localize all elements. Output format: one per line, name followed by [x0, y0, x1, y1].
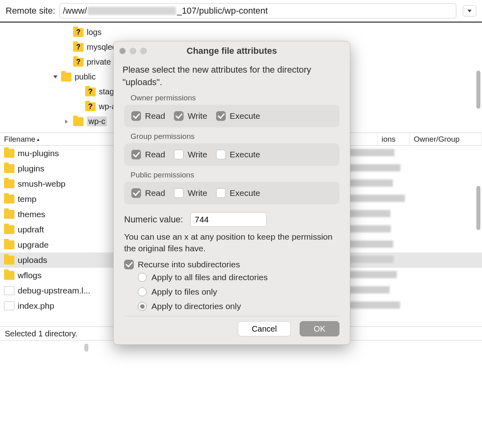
horizontal-scrollbar[interactable] [84, 344, 88, 352]
unknown-folder-icon [73, 28, 84, 37]
remote-site-label: Remote site: [6, 6, 55, 16]
tree-item-label: mysqled [87, 43, 116, 52]
file-owner [345, 240, 418, 250]
file-name: temp [18, 194, 37, 204]
recurse-checkbox[interactable]: Recurse into subdirectories [124, 260, 339, 269]
folder-icon [4, 164, 14, 173]
file-name: index.php [18, 301, 54, 311]
file-name: updraft [18, 225, 44, 234]
file-owner [345, 210, 418, 219]
file-owner [345, 286, 418, 295]
path-prefix: /www/ [63, 6, 87, 16]
owner-permissions-group: Read Write Execute [124, 105, 339, 127]
unknown-folder-icon [73, 43, 84, 52]
remote-path-field[interactable]: /www/ _107/public/wp-content [59, 3, 457, 18]
column-permissions[interactable]: ions [378, 133, 410, 145]
file-owner [345, 301, 418, 311]
path-dropdown-button[interactable] [463, 5, 476, 16]
numeric-value-label: Numeric value: [124, 214, 183, 225]
file-name: upgrade [18, 240, 49, 250]
file-name: debug-upstream.l... [18, 286, 90, 295]
path-suffix: _107/public/wp-content [177, 6, 268, 16]
group-write-checkbox[interactable]: Write [174, 150, 207, 159]
sort-asc-icon: ▴ [37, 136, 39, 142]
apply-files-radio[interactable]: Apply to files only [138, 287, 341, 297]
dialog-title: Change file attributes [114, 46, 350, 56]
public-permissions-group: Read Write Execute [124, 182, 339, 204]
file-owner [345, 164, 418, 173]
chevron-down-icon [468, 10, 472, 12]
dialog-titlebar[interactable]: Change file attributes [114, 41, 350, 61]
zoom-icon[interactable] [140, 48, 147, 54]
folder-icon [4, 179, 14, 188]
tree-item[interactable]: logs [0, 25, 482, 40]
file-name: mu-plugins [18, 149, 59, 158]
owner-write-checkbox[interactable]: Write [174, 111, 207, 121]
folder-icon [4, 240, 14, 249]
chevron-down-icon[interactable] [52, 74, 59, 80]
group-read-checkbox[interactable]: Read [131, 150, 165, 159]
unknown-folder-icon [85, 88, 96, 96]
tree-item-label: public [75, 72, 96, 81]
file-owner [345, 179, 418, 189]
folder-icon [4, 256, 14, 265]
folder-icon [4, 149, 14, 158]
file-icon [4, 301, 14, 310]
group-execute-checkbox[interactable]: Execute [216, 150, 260, 159]
dialog-instruction: Please select the new attributes for the… [123, 64, 341, 89]
file-name: plugins [18, 164, 45, 173]
tree-scrollbar[interactable] [476, 71, 481, 127]
tree-item-label: wp-c [87, 116, 107, 126]
folder-icon [4, 225, 14, 234]
file-owner [345, 149, 418, 158]
minimize-icon[interactable] [130, 48, 136, 54]
file-owner [345, 271, 418, 280]
numeric-value-input[interactable] [190, 212, 267, 227]
public-write-checkbox[interactable]: Write [174, 188, 207, 198]
apply-all-radio[interactable]: Apply to all files and directories [138, 273, 341, 282]
window-controls [119, 48, 147, 54]
file-name: wflogs [18, 271, 42, 280]
column-owner-group[interactable]: Owner/Group [410, 133, 482, 145]
folder-icon [4, 195, 14, 204]
public-execute-checkbox[interactable]: Execute [216, 188, 260, 198]
path-redacted [88, 7, 176, 15]
close-icon[interactable] [119, 48, 126, 54]
apply-dirs-radio[interactable]: Apply to directories only [138, 301, 341, 311]
unknown-folder-icon [73, 58, 84, 67]
public-permissions-label: Public permissions [131, 171, 341, 179]
remote-path-bar: Remote site: /www/ _107/public/wp-conten… [0, 0, 482, 22]
file-owner [345, 255, 418, 265]
cancel-button[interactable]: Cancel [238, 321, 291, 336]
file-icon [4, 286, 14, 295]
file-list-scrollbar[interactable] [476, 186, 481, 270]
owner-permissions-label: Owner permissions [131, 94, 341, 102]
file-owner [345, 194, 418, 204]
owner-execute-checkbox[interactable]: Execute [216, 111, 260, 121]
file-name: smush-webp [18, 179, 65, 189]
group-permissions-label: Group permissions [131, 132, 341, 141]
file-name: themes [18, 210, 45, 219]
tree-item-label: logs [87, 28, 102, 37]
group-permissions-group: Read Write Execute [124, 143, 339, 166]
bottom-pane [0, 340, 482, 444]
file-name: uploads [18, 255, 47, 265]
change-attributes-dialog: Change file attributes Please select the… [113, 41, 350, 345]
folder-icon [61, 73, 71, 81]
public-read-checkbox[interactable]: Read [131, 188, 165, 198]
folder-icon [4, 210, 14, 219]
tree-item-label: private [87, 57, 111, 67]
folder-icon [4, 271, 14, 280]
unknown-folder-icon [85, 102, 96, 111]
file-owner [345, 225, 418, 234]
chevron-right-icon[interactable] [64, 118, 71, 125]
owner-read-checkbox[interactable]: Read [131, 111, 165, 121]
ok-button[interactable]: OK [300, 321, 339, 336]
folder-icon [73, 117, 84, 126]
numeric-hint: You can use an x at any position to keep… [124, 231, 339, 255]
